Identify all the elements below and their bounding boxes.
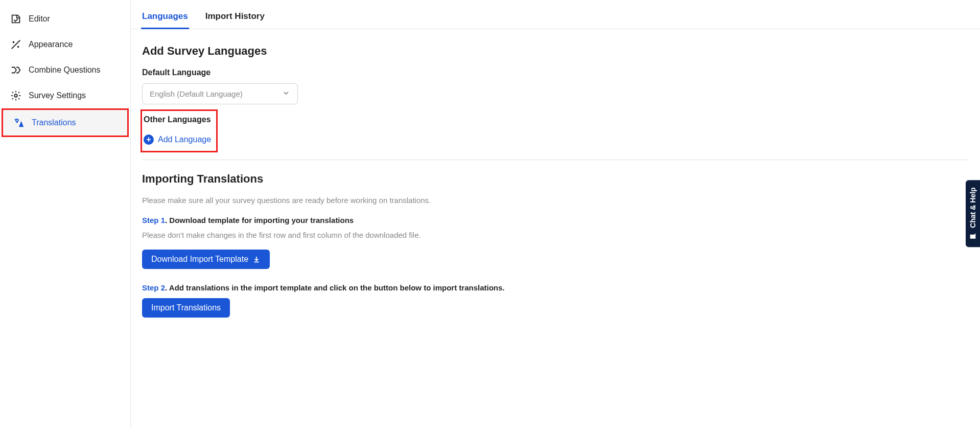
add-language-button[interactable]: + Add Language [144,134,211,145]
sidebar-item-editor[interactable]: Editor [0,6,130,32]
importing-intro: Please make sure all your survey questio… [142,196,969,205]
step1-text: . Download template for importing your t… [165,216,354,224]
sidebar-item-appearance[interactable]: Appearance [0,32,130,57]
sidebar-item-label: Translations [32,118,76,127]
sidebar-item-label: Appearance [29,40,73,49]
translations-icon [13,117,25,128]
sidebar-item-combine-questions[interactable]: Combine Questions [0,57,130,83]
chat-help-button[interactable]: Chat & Help [966,180,980,247]
default-language-select[interactable]: English (Default Language) [142,83,298,104]
svg-point-2 [14,94,17,97]
download-btn-label: Download Import Template [151,255,248,264]
highlight-other-languages: Other Languages + Add Language [141,109,218,152]
step1-help: Please don't make changes in the first r… [142,231,969,239]
importing-translations-title: Importing Translations [142,172,969,186]
add-language-label: Add Language [158,135,211,144]
content-area: Add Survey Languages Default Language En… [131,29,980,427]
sidebar-item-survey-settings[interactable]: Survey Settings [0,83,130,108]
sidebar-item-label: Editor [29,14,50,24]
tabs: Languages Import History [131,0,980,29]
combine-icon [10,64,21,76]
download-icon [252,255,261,263]
sidebar: Editor Appearance Combine Questions [0,0,130,427]
default-language-value: English (Default Language) [150,89,243,98]
download-import-template-button[interactable]: Download Import Template [142,250,270,269]
tab-languages[interactable]: Languages [141,7,189,29]
sidebar-item-translations[interactable]: Translations [3,110,127,136]
editor-icon [10,13,21,25]
chevron-down-icon [282,89,290,99]
chat-icon [969,232,977,240]
sidebar-item-label: Survey Settings [29,91,86,100]
sidebar-item-label: Combine Questions [29,65,101,75]
chat-help-label: Chat & Help [969,187,977,228]
import-translations-button[interactable]: Import Translations [142,298,230,318]
highlight-translations: Translations [2,108,129,137]
svg-point-0 [13,42,14,43]
step1-line: Step 1. Download template for importing … [142,216,969,224]
svg-point-1 [18,47,19,48]
step2-label: Step 2 [142,283,165,292]
add-survey-languages-title: Add Survey Languages [142,44,969,58]
step2-line: Step 2. Add translations in the import t… [142,283,969,292]
appearance-icon [10,39,21,50]
section-divider [142,160,969,160]
step1-label: Step 1 [142,216,165,224]
plus-icon: + [144,134,154,145]
default-language-label: Default Language [142,68,969,77]
main-content: Languages Import History Add Survey Lang… [130,0,980,427]
settings-icon [10,90,21,101]
import-btn-label: Import Translations [151,303,221,312]
other-languages-label: Other Languages [144,115,211,124]
step2-text: . Add translations in the import templat… [165,283,504,292]
tab-import-history[interactable]: Import History [204,7,266,29]
